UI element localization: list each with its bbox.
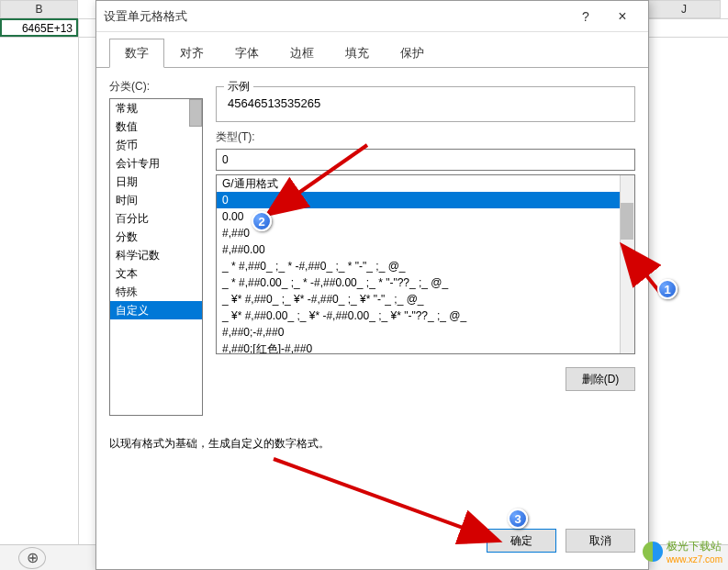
cat-item-text[interactable]: 文本 bbox=[110, 264, 202, 283]
type-input[interactable] bbox=[216, 149, 635, 171]
tab-border[interactable]: 边框 bbox=[274, 39, 330, 68]
format-scrollbar-thumb-icon[interactable] bbox=[621, 203, 633, 240]
example-box: 示例 45646513535265 bbox=[216, 86, 635, 122]
cat-item-general[interactable]: 常规 bbox=[110, 99, 202, 117]
tab-number[interactable]: 数字 bbox=[109, 39, 164, 68]
example-value: 45646513535265 bbox=[226, 91, 625, 112]
tab-alignment[interactable]: 对齐 bbox=[164, 39, 219, 68]
dialog-titlebar: 设置单元格格式 ? × bbox=[96, 1, 648, 32]
cat-item-fraction[interactable]: 分数 bbox=[110, 228, 202, 246]
right-column: 示例 45646513535265 类型(T): G/通用格式 0 0.00 #… bbox=[216, 79, 635, 416]
body-top: 分类(C): 常规 数值 货币 会计专用 日期 时间 百分比 分数 科学记数 文… bbox=[109, 79, 635, 416]
fmt-item[interactable]: 0 bbox=[217, 192, 620, 208]
col-header-b[interactable]: B bbox=[0, 0, 78, 18]
cat-item-percentage[interactable]: 百分比 bbox=[110, 209, 202, 228]
cat-item-special[interactable]: 特殊 bbox=[110, 283, 202, 301]
category-scrollbar-thumb-icon[interactable] bbox=[189, 99, 202, 127]
tab-fill[interactable]: 填充 bbox=[330, 39, 385, 68]
close-button[interactable]: × bbox=[604, 3, 641, 30]
category-column: 分类(C): 常规 数值 货币 会计专用 日期 时间 百分比 分数 科学记数 文… bbox=[109, 79, 203, 416]
fmt-item[interactable]: #,##0;[红色]-#,##0 bbox=[217, 341, 620, 354]
format-list[interactable]: G/通用格式 0 0.00 #,##0 #,##0.00 _ * #,##0_ … bbox=[216, 174, 635, 354]
fmt-item[interactable]: #,##0.00 bbox=[217, 241, 620, 258]
add-sheet-button[interactable]: ⊕ bbox=[18, 547, 46, 569]
hint-text: 以现有格式为基础，生成自定义的数字格式。 bbox=[109, 436, 635, 452]
cat-item-date[interactable]: 日期 bbox=[110, 173, 202, 191]
category-list[interactable]: 常规 数值 货币 会计专用 日期 时间 百分比 分数 科学记数 文本 特殊 自定… bbox=[109, 98, 203, 416]
fmt-item[interactable]: _ ¥* #,##0.00_ ;_ ¥* -#,##0.00_ ;_ ¥* "-… bbox=[217, 307, 620, 324]
type-label: 类型(T): bbox=[216, 129, 635, 145]
fmt-item[interactable]: 0.00 bbox=[217, 208, 620, 225]
fmt-item[interactable]: _ * #,##0_ ;_ * -#,##0_ ;_ * "-"_ ;_ @_ bbox=[217, 258, 620, 274]
cat-item-scientific[interactable]: 科学记数 bbox=[110, 246, 202, 264]
cat-item-accounting[interactable]: 会计专用 bbox=[110, 154, 202, 173]
dialog-body: 分类(C): 常规 数值 货币 会计专用 日期 时间 百分比 分数 科学记数 文… bbox=[96, 68, 648, 523]
example-label: 示例 bbox=[224, 79, 253, 95]
cat-item-currency[interactable]: 货币 bbox=[110, 136, 202, 154]
fmt-item[interactable]: _ ¥* #,##0_ ;_ ¥* -#,##0_ ;_ ¥* "-"_ ;_ … bbox=[217, 291, 620, 307]
dialog-title: 设置单元格格式 bbox=[104, 8, 567, 25]
tab-font[interactable]: 字体 bbox=[219, 39, 274, 68]
tab-protection[interactable]: 保护 bbox=[385, 39, 440, 68]
ok-button[interactable]: 确定 bbox=[487, 529, 556, 553]
col-header-j[interactable]: J bbox=[647, 0, 721, 18]
fmt-item[interactable]: #,##0;-#,##0 bbox=[217, 324, 620, 341]
cancel-button[interactable]: 取消 bbox=[566, 529, 635, 553]
fmt-item[interactable]: #,##0 bbox=[217, 225, 620, 241]
cat-item-number[interactable]: 数值 bbox=[110, 117, 202, 136]
fmt-item[interactable]: _ * #,##0.00_ ;_ * -#,##0.00_ ;_ * "-"??… bbox=[217, 274, 620, 291]
dialog-tabs: 数字 对齐 字体 边框 填充 保护 bbox=[96, 32, 648, 68]
format-cells-dialog: 设置单元格格式 ? × 数字 对齐 字体 边框 填充 保护 分类(C): 常规 … bbox=[95, 0, 649, 570]
dialog-footer: 确定 取消 bbox=[96, 523, 648, 569]
cat-item-custom[interactable]: 自定义 bbox=[110, 301, 202, 319]
cell-b1[interactable]: 6465E+13 bbox=[0, 18, 78, 37]
cat-item-time[interactable]: 时间 bbox=[110, 191, 202, 209]
fmt-item[interactable]: G/通用格式 bbox=[217, 175, 620, 192]
help-button[interactable]: ? bbox=[567, 3, 604, 30]
delete-button[interactable]: 删除(D) bbox=[566, 367, 635, 391]
category-label: 分类(C): bbox=[109, 79, 203, 95]
